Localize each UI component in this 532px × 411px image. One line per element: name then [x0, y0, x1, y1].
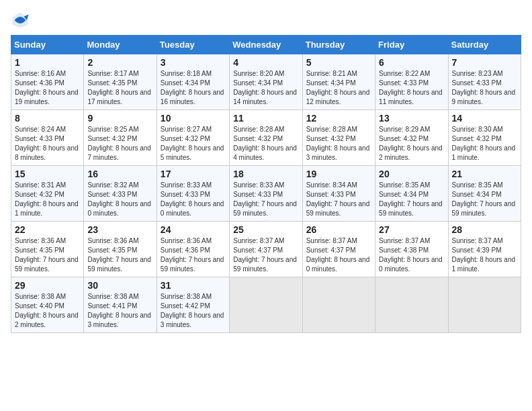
day-number: 28 [452, 224, 517, 235]
day-number: 5 [306, 57, 371, 68]
calendar-table: SundayMondayTuesdayWednesdayThursdayFrid… [11, 35, 521, 333]
day-number: 15 [15, 169, 80, 179]
calendar-cell: 24Sunrise: 8:36 AM Sunset: 4:36 PM Dayli… [157, 222, 229, 277]
calendar-cell: 7Sunrise: 8:23 AM Sunset: 4:33 PM Daylig… [448, 54, 521, 110]
day-info: Sunrise: 8:34 AM Sunset: 4:33 PM Dayligh… [306, 181, 371, 218]
calendar-cell: 18Sunrise: 8:33 AM Sunset: 4:33 PM Dayli… [230, 166, 302, 222]
day-info: Sunrise: 8:32 AM Sunset: 4:33 PM Dayligh… [87, 181, 152, 218]
day-info: Sunrise: 8:16 AM Sunset: 4:36 PM Dayligh… [15, 69, 80, 107]
day-number: 9 [87, 113, 152, 124]
calendar-cell: 5Sunrise: 8:21 AM Sunset: 4:34 PM Daylig… [302, 54, 375, 110]
day-info: Sunrise: 8:21 AM Sunset: 4:34 PM Dayligh… [306, 69, 371, 107]
calendar-cell: 30Sunrise: 8:38 AM Sunset: 4:41 PM Dayli… [84, 277, 157, 333]
col-header-friday: Friday [375, 36, 448, 54]
day-number: 31 [161, 280, 226, 291]
day-number: 21 [452, 169, 517, 179]
day-number: 14 [452, 113, 517, 124]
day-number: 1 [15, 57, 80, 68]
day-number: 29 [15, 280, 80, 291]
day-info: Sunrise: 8:38 AM Sunset: 4:42 PM Dayligh… [161, 292, 226, 330]
calendar-cell: 16Sunrise: 8:32 AM Sunset: 4:33 PM Dayli… [84, 166, 157, 222]
day-info: Sunrise: 8:22 AM Sunset: 4:33 PM Dayligh… [379, 69, 444, 107]
day-number: 13 [379, 113, 444, 124]
day-number: 26 [306, 224, 371, 235]
day-number: 19 [306, 169, 371, 179]
col-header-sunday: Sunday [11, 36, 84, 54]
day-info: Sunrise: 8:29 AM Sunset: 4:32 PM Dayligh… [379, 125, 444, 163]
calendar-cell: 20Sunrise: 8:35 AM Sunset: 4:34 PM Dayli… [375, 166, 448, 222]
day-info: Sunrise: 8:37 AM Sunset: 4:38 PM Dayligh… [379, 236, 444, 274]
day-info: Sunrise: 8:24 AM Sunset: 4:33 PM Dayligh… [15, 125, 80, 163]
day-info: Sunrise: 8:36 AM Sunset: 4:36 PM Dayligh… [161, 236, 226, 274]
calendar-cell: 28Sunrise: 8:37 AM Sunset: 4:39 PM Dayli… [448, 222, 521, 277]
calendar-cell: 13Sunrise: 8:29 AM Sunset: 4:32 PM Dayli… [375, 110, 448, 166]
day-info: Sunrise: 8:27 AM Sunset: 4:32 PM Dayligh… [161, 125, 226, 163]
calendar-cell: 26Sunrise: 8:37 AM Sunset: 4:37 PM Dayli… [302, 222, 375, 277]
day-number: 8 [15, 113, 80, 124]
col-header-thursday: Thursday [302, 36, 375, 54]
calendar-cell [302, 277, 375, 333]
day-info: Sunrise: 8:20 AM Sunset: 4:34 PM Dayligh… [233, 69, 298, 107]
day-number: 2 [87, 57, 152, 68]
day-number: 4 [233, 57, 298, 68]
day-number: 17 [161, 169, 226, 179]
calendar-cell: 10Sunrise: 8:27 AM Sunset: 4:32 PM Dayli… [157, 110, 229, 166]
calendar-cell: 27Sunrise: 8:37 AM Sunset: 4:38 PM Dayli… [375, 222, 448, 277]
calendar-cell: 8Sunrise: 8:24 AM Sunset: 4:33 PM Daylig… [11, 110, 84, 166]
calendar-cell: 15Sunrise: 8:31 AM Sunset: 4:32 PM Dayli… [11, 166, 84, 222]
day-info: Sunrise: 8:28 AM Sunset: 4:32 PM Dayligh… [233, 125, 298, 163]
col-header-tuesday: Tuesday [157, 36, 229, 54]
day-info: Sunrise: 8:35 AM Sunset: 4:34 PM Dayligh… [379, 181, 444, 218]
calendar-cell [375, 277, 448, 333]
calendar-cell: 6Sunrise: 8:22 AM Sunset: 4:33 PM Daylig… [375, 54, 448, 110]
day-info: Sunrise: 8:37 AM Sunset: 4:37 PM Dayligh… [233, 236, 298, 274]
day-info: Sunrise: 8:37 AM Sunset: 4:39 PM Dayligh… [452, 236, 517, 274]
day-info: Sunrise: 8:17 AM Sunset: 4:35 PM Dayligh… [87, 69, 152, 107]
day-number: 18 [233, 169, 298, 179]
calendar-cell: 29Sunrise: 8:38 AM Sunset: 4:40 PM Dayli… [11, 277, 84, 333]
calendar-cell [230, 277, 302, 333]
calendar-cell: 21Sunrise: 8:35 AM Sunset: 4:34 PM Dayli… [448, 166, 521, 222]
day-info: Sunrise: 8:25 AM Sunset: 4:32 PM Dayligh… [87, 125, 152, 163]
calendar-cell: 3Sunrise: 8:18 AM Sunset: 4:34 PM Daylig… [157, 54, 229, 110]
day-number: 12 [306, 113, 371, 124]
logo-icon [11, 11, 30, 30]
col-header-saturday: Saturday [448, 36, 521, 54]
day-info: Sunrise: 8:31 AM Sunset: 4:32 PM Dayligh… [15, 181, 80, 218]
day-number: 6 [379, 57, 444, 68]
calendar-cell: 23Sunrise: 8:36 AM Sunset: 4:35 PM Dayli… [84, 222, 157, 277]
day-info: Sunrise: 8:18 AM Sunset: 4:34 PM Dayligh… [161, 69, 226, 107]
day-info: Sunrise: 8:38 AM Sunset: 4:40 PM Dayligh… [15, 292, 80, 330]
day-info: Sunrise: 8:36 AM Sunset: 4:35 PM Dayligh… [87, 236, 152, 274]
day-number: 23 [87, 224, 152, 235]
calendar-cell: 2Sunrise: 8:17 AM Sunset: 4:35 PM Daylig… [84, 54, 157, 110]
calendar-cell [448, 277, 521, 333]
day-number: 7 [452, 57, 517, 68]
day-info: Sunrise: 8:28 AM Sunset: 4:32 PM Dayligh… [306, 125, 371, 163]
day-number: 25 [233, 224, 298, 235]
day-number: 27 [379, 224, 444, 235]
day-info: Sunrise: 8:30 AM Sunset: 4:32 PM Dayligh… [452, 125, 517, 163]
day-number: 3 [161, 57, 226, 68]
calendar-cell: 19Sunrise: 8:34 AM Sunset: 4:33 PM Dayli… [302, 166, 375, 222]
day-info: Sunrise: 8:35 AM Sunset: 4:34 PM Dayligh… [452, 181, 517, 218]
calendar-cell: 11Sunrise: 8:28 AM Sunset: 4:32 PM Dayli… [230, 110, 302, 166]
day-number: 30 [87, 280, 152, 291]
day-number: 16 [87, 169, 152, 179]
col-header-monday: Monday [84, 36, 157, 54]
day-info: Sunrise: 8:33 AM Sunset: 4:33 PM Dayligh… [161, 181, 226, 218]
calendar-cell: 1Sunrise: 8:16 AM Sunset: 4:36 PM Daylig… [11, 54, 84, 110]
calendar-cell: 14Sunrise: 8:30 AM Sunset: 4:32 PM Dayli… [448, 110, 521, 166]
day-number: 20 [379, 169, 444, 179]
day-info: Sunrise: 8:36 AM Sunset: 4:35 PM Dayligh… [15, 236, 80, 274]
calendar-cell: 4Sunrise: 8:20 AM Sunset: 4:34 PM Daylig… [230, 54, 302, 110]
calendar-cell: 31Sunrise: 8:38 AM Sunset: 4:42 PM Dayli… [157, 277, 229, 333]
calendar-cell: 9Sunrise: 8:25 AM Sunset: 4:32 PM Daylig… [84, 110, 157, 166]
page-header [11, 11, 521, 30]
day-info: Sunrise: 8:33 AM Sunset: 4:33 PM Dayligh… [233, 181, 298, 218]
calendar-cell: 17Sunrise: 8:33 AM Sunset: 4:33 PM Dayli… [157, 166, 229, 222]
day-number: 11 [233, 113, 298, 124]
logo [11, 11, 35, 30]
calendar-cell: 22Sunrise: 8:36 AM Sunset: 4:35 PM Dayli… [11, 222, 84, 277]
day-info: Sunrise: 8:23 AM Sunset: 4:33 PM Dayligh… [452, 69, 517, 107]
